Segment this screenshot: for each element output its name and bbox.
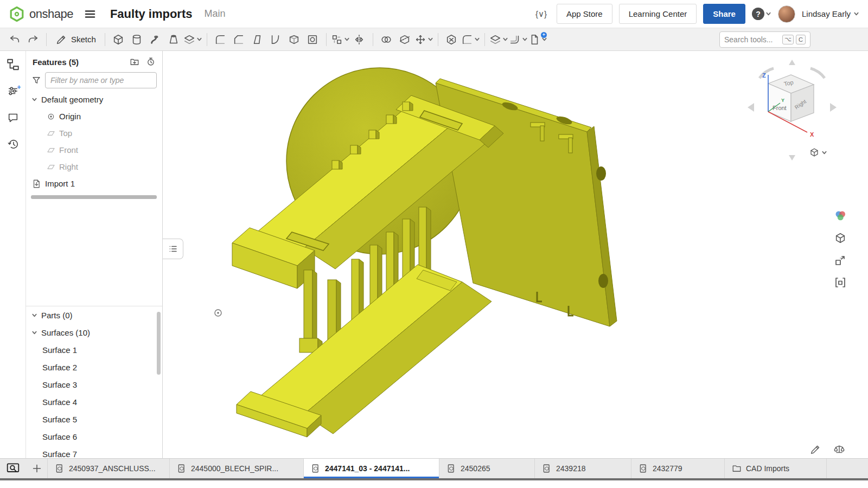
thicken-button[interactable] — [183, 31, 202, 48]
surface-item[interactable]: Surface 3 — [26, 376, 162, 393]
tree-node-front-plane[interactable]: Front — [26, 142, 162, 158]
tab-part-studio-active[interactable]: 2447141_03 - 2447141... — [304, 459, 439, 478]
feature-list-toggle[interactable] — [163, 239, 183, 259]
exploded-views-icon[interactable] — [832, 252, 849, 269]
rib-button[interactable] — [267, 31, 285, 48]
linear-pattern-icon — [331, 34, 343, 46]
tab-part-studio[interactable]: 2445000_BLECH_SPIR... — [170, 459, 304, 478]
roll-right-arrow[interactable] — [810, 68, 825, 78]
redo-button[interactable] — [24, 31, 42, 48]
window-edge — [0, 478, 868, 480]
workspace-name[interactable]: Main — [205, 8, 226, 20]
toolbar-separator — [484, 33, 485, 46]
learning-center-button[interactable]: Learning Center — [619, 4, 697, 24]
versions-history-icon[interactable] — [5, 136, 21, 152]
chamfer-button[interactable] — [230, 31, 248, 48]
tree-node-import[interactable]: Import 1 — [26, 175, 162, 192]
avatar[interactable] — [778, 5, 795, 23]
draft-button[interactable] — [248, 31, 266, 48]
scrollbar-thumb[interactable] — [157, 312, 161, 375]
sheet-metal-button[interactable] — [509, 31, 528, 48]
appearances-icon[interactable] — [832, 207, 849, 224]
node-label: Top — [59, 129, 72, 138]
rollback-timer-icon[interactable] — [146, 57, 156, 67]
z-axis-label: Z — [762, 72, 766, 79]
undo-button[interactable] — [5, 31, 23, 48]
header-actions: {∨} App Store Learning Center Share ? Li… — [532, 4, 859, 24]
surface-item[interactable]: Surface 2 — [26, 358, 162, 376]
display-states-icon[interactable] — [832, 229, 849, 247]
search-tools-field[interactable]: Search tools... ⌥ C — [719, 31, 810, 48]
tab-part-studio[interactable]: 2432779 — [631, 459, 725, 478]
extrude-button[interactable] — [110, 31, 127, 48]
tab-part-studio[interactable]: 2450937_ANSCHLUSS... — [48, 459, 170, 478]
linear-pattern-button[interactable] — [331, 31, 350, 48]
featurescript-icon[interactable]: {∨} — [532, 7, 550, 21]
tree-node-default-geometry[interactable]: Default geometry — [26, 91, 162, 108]
parts-group-row[interactable]: Parts (0) — [26, 306, 162, 324]
main-menu-icon[interactable] — [84, 8, 96, 20]
feature-toolbar: Sketch + Search tools... ⌥ C — [0, 28, 868, 51]
filter-row — [26, 69, 162, 91]
app-store-button[interactable]: App Store — [557, 4, 612, 24]
user-menu[interactable]: Lindsay Early — [802, 9, 859, 18]
named-positions-icon[interactable] — [832, 274, 849, 291]
roll-left-arrow[interactable] — [760, 68, 774, 78]
view-cube[interactable]: Top Front Right Z Y X — [746, 59, 839, 162]
rotate-left-arrow[interactable] — [748, 103, 754, 112]
tab-part-studio[interactable]: 2439218 — [535, 459, 631, 478]
logo-wordmark: onshape — [29, 7, 73, 21]
add-tab-button[interactable] — [26, 459, 48, 478]
tree-node-right-plane[interactable]: Right — [26, 158, 162, 175]
chevron-down-icon — [31, 97, 37, 102]
tab-folder[interactable]: CAD Imports — [725, 459, 827, 478]
toolbar-separator — [373, 33, 373, 46]
new-folder-icon[interactable] — [130, 57, 139, 67]
origin-marker-icon[interactable] — [214, 309, 222, 317]
cube-front-label: Front — [773, 105, 787, 111]
markup-pencil-icon[interactable] — [809, 444, 821, 455]
loft-button[interactable] — [165, 31, 183, 48]
tab-manager-icon[interactable] — [0, 459, 26, 478]
modify-fillet-button[interactable] — [461, 31, 480, 48]
boolean-button[interactable] — [378, 31, 395, 48]
derived-button[interactable]: + — [528, 31, 547, 48]
surface-item[interactable]: Surface 6 — [26, 428, 162, 445]
revolve-button[interactable] — [128, 31, 146, 48]
rollback-bar[interactable] — [31, 195, 157, 199]
surface-item[interactable]: Surface 4 — [26, 393, 162, 410]
view-options-menu[interactable] — [809, 147, 827, 157]
share-button[interactable]: Share — [703, 4, 745, 24]
surface-item[interactable]: Surface 1 — [26, 341, 162, 358]
sketch-button[interactable]: Sketch — [51, 31, 100, 48]
rotate-down-arrow[interactable] — [789, 155, 795, 160]
tab-label: 2445000_BLECH_SPIR... — [191, 464, 278, 473]
comments-icon[interactable] — [5, 110, 21, 126]
rotate-right-arrow[interactable] — [830, 103, 837, 112]
sweep-button[interactable] — [146, 31, 164, 48]
split-button[interactable] — [396, 31, 414, 48]
graphics-viewport[interactable]: Top Front Right Z Y X — [163, 51, 868, 458]
transform-button[interactable] — [414, 31, 433, 48]
feature-manager-icon[interactable] — [5, 56, 21, 73]
rotate-up-arrow[interactable] — [789, 60, 795, 65]
chevron-down-icon — [196, 36, 202, 42]
fillet-button[interactable] — [212, 31, 229, 48]
hole-button[interactable] — [304, 31, 322, 48]
shell-button[interactable] — [285, 31, 303, 48]
delete-part-button[interactable] — [443, 31, 461, 48]
tab-label: 2450265 — [461, 464, 490, 473]
surface-item[interactable]: Surface 7 — [26, 445, 162, 458]
configurations-icon[interactable]: + — [5, 83, 21, 99]
frame-button[interactable] — [489, 31, 508, 48]
tree-node-top-plane[interactable]: Top — [26, 125, 162, 142]
tab-part-studio[interactable]: 2450265 — [439, 459, 535, 478]
surface-item[interactable]: Surface 5 — [26, 410, 162, 428]
onshape-logo[interactable]: onshape — [9, 6, 73, 22]
surfaces-group-row[interactable]: Surfaces (10) — [26, 324, 162, 341]
scale-units-icon[interactable] — [833, 444, 845, 455]
mirror-button[interactable] — [350, 31, 368, 48]
filter-input[interactable] — [45, 72, 157, 88]
tree-node-origin[interactable]: Origin — [26, 108, 162, 125]
help-menu[interactable]: ? — [752, 8, 771, 20]
